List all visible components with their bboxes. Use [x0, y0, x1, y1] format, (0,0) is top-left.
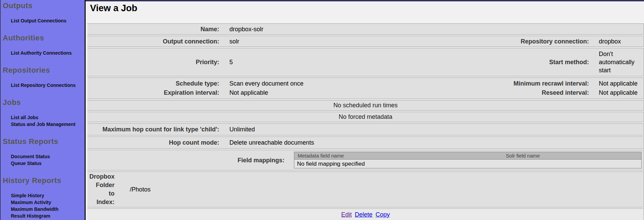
job-details-table: Name: dropbox-solr Output connection: so…: [87, 23, 644, 220]
minimum-recrawl-interval-value: Not applicable: [599, 79, 642, 88]
row-schedule: Schedule type: Expiration interval: Scan…: [87, 77, 644, 99]
copy-link[interactable]: Copy: [376, 211, 390, 218]
edit-link[interactable]: Edit: [341, 211, 352, 218]
schedule-type-value: Scan every document once: [229, 79, 458, 88]
page-title: View a Job: [90, 3, 644, 13]
sidebar-item-list-authority-connections[interactable]: List Authority Connections: [3, 50, 85, 56]
output-connection-label: Output connection:: [87, 37, 224, 45]
output-connection-value: solr: [224, 37, 458, 45]
row-action-links: Edit Delete Copy: [87, 208, 644, 220]
dropbox-folder-value: /Photos: [115, 186, 644, 193]
schedule-values: Scan every document once Not applicable: [224, 79, 458, 97]
reseed-interval-label: Reseed interval:: [458, 88, 589, 97]
sidebar-item-simple-history[interactable]: Simple History: [3, 192, 85, 199]
priority-value: 5: [224, 58, 458, 66]
minimum-recrawl-interval-label: Minimum recrawl interval:: [458, 79, 589, 88]
sidebar-heading-status-reports: Status Reports: [3, 138, 85, 145]
name-value: dropbox-solr: [224, 25, 644, 33]
sidebar-section-history-reports: History Reports Simple History Maximum A…: [3, 177, 85, 219]
hop-count-mode-label: Hop count mode:: [87, 139, 224, 147]
sidebar-heading-outputs: Outputs: [3, 2, 85, 10]
hop-count-mode-value: Delete unreachable documents: [224, 139, 644, 147]
expiration-interval-value: Not applicable: [229, 88, 458, 97]
sidebar-item-maximum-activity[interactable]: Maximum Activity: [3, 199, 85, 206]
sidebar-item-list-repository-connections[interactable]: List Repository Connections: [3, 82, 85, 89]
sidebar-item-status-and-job-management[interactable]: Status and Job Management: [3, 121, 85, 128]
sidebar-heading-jobs: Jobs: [3, 99, 85, 106]
start-method-label: Start method:: [458, 58, 594, 66]
sidebar-section-status-reports: Status Reports Document Status Queue Sta…: [3, 138, 85, 167]
row-no-scheduled-run-times: No scheduled run times: [87, 100, 644, 111]
field-mappings-label: Field mappings:: [87, 156, 290, 164]
repository-connection-label: Repository connection:: [458, 37, 594, 45]
field-mappings-header: Metadata field name Solr field name: [294, 152, 641, 160]
row-no-forced-metadata: No forced metadata: [87, 112, 644, 122]
field-mappings-empty-message: No field mapping specified: [294, 160, 641, 168]
row-name: Name: dropbox-solr: [87, 23, 644, 35]
row-hop-count-mode: Hop count mode: Delete unreachable docum…: [87, 136, 644, 149]
sidebar-nav: Outputs List Output Connections Authorit…: [0, 0, 86, 220]
sidebar-item-result-histogram[interactable]: Result Histogram: [3, 213, 85, 219]
sidebar-item-list-all-jobs[interactable]: List all Jobs: [3, 114, 85, 121]
recrawl-labels: Minimum recrawl interval: Reseed interva…: [458, 79, 594, 97]
metadata-field-name-column-header: Metadata field name: [294, 152, 503, 159]
reseed-interval-value: Not applicable: [599, 88, 642, 97]
recrawl-values: Not applicable Not applicable: [594, 79, 644, 97]
row-max-hop-count: Maximum hop count for link type 'child':…: [87, 123, 644, 135]
max-hop-count-label: Maximum hop count for link type 'child':: [87, 125, 224, 133]
sidebar-section-authorities: Authorities List Authority Connections: [3, 34, 85, 56]
row-field-mappings: Field mappings: Metadata field name Solr…: [87, 150, 644, 170]
priority-label: Priority:: [87, 58, 224, 66]
name-label: Name:: [87, 25, 224, 33]
max-hop-count-value: Unlimited: [224, 125, 644, 133]
row-dropbox-folder: Dropbox Folder to Index: /Photos: [87, 171, 644, 207]
field-mappings-table: Metadata field name Solr field name No f…: [294, 152, 642, 168]
sidebar-section-outputs: Outputs List Output Connections: [3, 2, 85, 24]
sidebar-section-jobs: Jobs List all Jobs Status and Job Manage…: [3, 99, 85, 128]
delete-link[interactable]: Delete: [355, 211, 372, 218]
main-content: View a Job Name: dropbox-solr Output con…: [87, 1, 644, 220]
sidebar-heading-authorities: Authorities: [3, 34, 85, 42]
dropbox-folder-label: Dropbox Folder to Index:: [87, 172, 115, 206]
solr-field-name-column-header: Solr field name: [503, 152, 641, 159]
start-method-value: Don't automatically start: [594, 50, 644, 74]
schedule-labels: Schedule type: Expiration interval:: [87, 79, 224, 97]
schedule-type-label: Schedule type:: [87, 79, 219, 88]
sidebar-section-repositories: Repositories List Repository Connections: [3, 67, 85, 89]
repository-connection-value: dropbox: [594, 37, 644, 45]
sidebar-item-queue-status[interactable]: Queue Status: [3, 160, 85, 167]
sidebar-heading-repositories: Repositories: [3, 67, 85, 74]
expiration-interval-label: Expiration interval:: [87, 88, 219, 97]
sidebar-item-document-status[interactable]: Document Status: [3, 153, 85, 160]
sidebar-item-list-output-connections[interactable]: List Output Connections: [3, 17, 85, 24]
sidebar-item-maximum-bandwidth[interactable]: Maximum Bandwidth: [3, 206, 85, 213]
sidebar-heading-history-reports: History Reports: [3, 177, 85, 184]
row-priority-start-method: Priority: 5 Start method: Don't automati…: [87, 48, 644, 76]
row-connections: Output connection: solr Repository conne…: [87, 36, 644, 47]
